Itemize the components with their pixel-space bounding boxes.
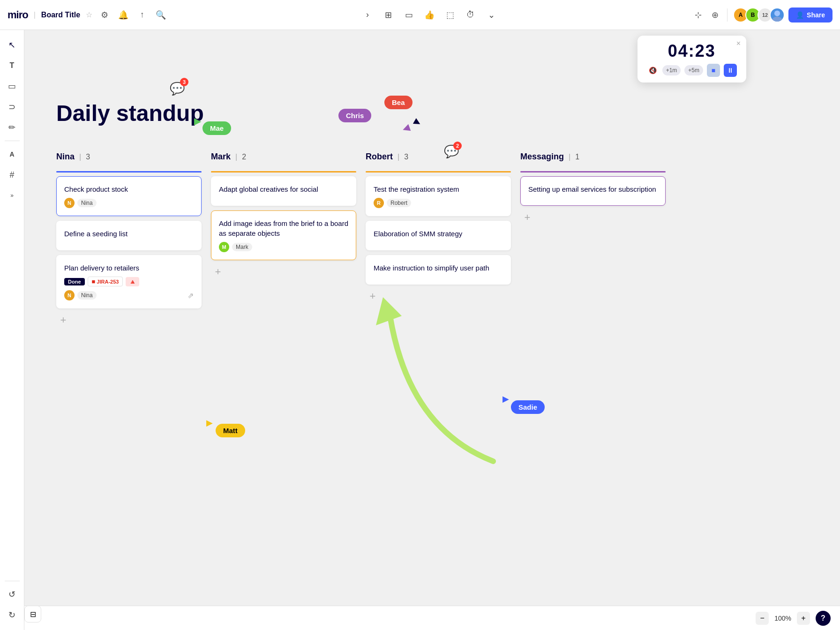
card-test-registration[interactable]: Test the registration system R Robert (366, 176, 511, 216)
board-heading: Daily standup (56, 100, 204, 126)
card-user-mark: Mark (232, 243, 252, 251)
card-user-robert: Robert (387, 199, 411, 207)
more-tools[interactable]: » (3, 186, 22, 205)
help-btn[interactable]: ? (816, 611, 831, 626)
canvas: 💬 3 Daily standup Mae Chris Bea ▶ ▶ ▶ 💬 … (24, 30, 840, 630)
header-center-tools: › ⊞ ▭ 👍 ⬚ ⏱ ⌄ (359, 7, 500, 23)
timer-inc1-btn[interactable]: +1m (662, 65, 681, 75)
add-card-messaging[interactable]: + (520, 210, 534, 225)
cursor-sadie: ▶ (502, 394, 509, 404)
frame-tool[interactable]: # (3, 165, 22, 184)
timer-close-btn[interactable]: × (736, 39, 741, 48)
cursor-mode-icon[interactable]: ⊹ (691, 8, 705, 22)
card-assignee-row: N Nina ⇗ (64, 290, 194, 300)
card-avatar-robert: R (374, 198, 384, 208)
col-count-nina: 3 (86, 153, 90, 161)
cursor-tool[interactable]: ↖ (3, 36, 22, 54)
card-title: Adapt global creatives for social (219, 184, 348, 194)
col-title-messaging: Messaging (520, 152, 564, 162)
card-adapt-global-creatives[interactable]: Adapt global creatives for social (211, 176, 356, 206)
avatar-stack: A B 12 (733, 8, 785, 22)
card-define-seeding-list[interactable]: Define a seeding list (56, 221, 202, 250)
cursor-matt: ▶ (206, 418, 213, 428)
col-count-messaging: 1 (575, 153, 579, 161)
zoom-level: 100% (774, 615, 791, 622)
text-tool-2[interactable]: A (3, 145, 22, 164)
card-title: Define a seeding list (64, 229, 194, 239)
timer-inc2-btn[interactable]: +5m (684, 65, 703, 75)
cursor-mae: ▶ (194, 115, 201, 127)
chat-icon[interactable]: 💬 3 (170, 82, 185, 96)
bottom-bar: − 100% + ? (24, 606, 840, 630)
search-icon[interactable]: 🔍 (154, 8, 167, 22)
user-label-matt: Matt (216, 424, 245, 437)
redo-btn[interactable]: ↻ (3, 606, 22, 624)
share-icon: 👤 (796, 11, 804, 19)
add-card-nina[interactable]: + (56, 313, 70, 327)
col-count-robert: 3 (404, 153, 408, 161)
card-add-image-ideas[interactable]: Add image ideas from the brief to a boar… (211, 210, 356, 260)
frames-btn[interactable]: ⬚ (442, 7, 458, 23)
robert-msg-badge-wrap: 💬 2 (444, 144, 459, 159)
header-divider-1: | (34, 11, 36, 19)
col-count-mark: 2 (242, 153, 246, 161)
star-icon[interactable]: ☆ (86, 10, 92, 19)
card-setting-up-email[interactable]: Setting up email services for subscripti… (520, 176, 666, 206)
card-title: Check product stock (64, 184, 194, 194)
miro-logo: miro (8, 9, 28, 21)
panel-toggle-btn[interactable]: ⊟ (24, 606, 41, 622)
card-footer: Done ■ JIRA-253 🔺 (64, 277, 194, 286)
user-label-bea: Bea (384, 96, 412, 109)
card-title: Make instruction to simplify user path (374, 263, 503, 273)
settings-icon[interactable]: ⚙ (98, 8, 111, 22)
tag-done: Done (64, 278, 85, 285)
text-tool[interactable]: T (3, 56, 22, 75)
robert-msg-badge: 2 (453, 142, 462, 150)
timer-sound-btn[interactable]: 🔇 (647, 65, 659, 76)
add-card-robert[interactable]: + (366, 289, 380, 303)
more-tools-btn[interactable]: ⌄ (483, 7, 500, 23)
card-elaboration-smm[interactable]: Elaboration of SMM strategy (366, 221, 511, 250)
board-title-label[interactable]: Board Title (41, 11, 80, 19)
zoom-in-btn[interactable]: + (797, 612, 810, 625)
notifications-icon[interactable]: 🔔 (117, 8, 130, 22)
card-title: Test the registration system (374, 184, 503, 194)
header: miro | Board Title ☆ ⚙ 🔔 ↑ 🔍 › ⊞ ▭ 👍 ⬚ ⏱… (0, 0, 840, 30)
timer-stop-btn[interactable]: ■ (707, 64, 720, 77)
react-btn[interactable]: 👍 (421, 7, 438, 23)
chat-bubble-wrap: 💬 3 (170, 82, 185, 96)
add-card-mark[interactable]: + (211, 265, 225, 279)
grid-view-btn[interactable]: ⊞ (380, 7, 397, 23)
zoom-icon[interactable]: ⊕ (708, 8, 721, 22)
card-user-nina: Nina (77, 199, 97, 207)
user-label-mae: Mae (202, 121, 231, 135)
card-check-product-stock[interactable]: Check product stock N Nina (56, 176, 202, 216)
timer-widget: × 04:23 🔇 +1m +5m ■ ⏸ (638, 36, 746, 82)
cursor-bea-arrow: ▶ (412, 116, 423, 128)
svg-point-1 (772, 16, 782, 22)
sticky-note-tool[interactable]: ▭ (3, 77, 22, 96)
connect-tool[interactable]: ⊃ (3, 98, 22, 116)
card-plan-delivery[interactable]: Plan delivery to retailers Done ■ JIRA-2… (56, 255, 202, 308)
timer-controls: 🔇 +1m +5m ■ ⏸ (647, 64, 737, 77)
col-title-mark: Mark (211, 152, 231, 162)
card-make-instruction[interactable]: Make instruction to simplify user path (366, 255, 511, 285)
avatar-main (770, 8, 785, 22)
share-button[interactable]: 👤 Share (788, 8, 832, 22)
zoom-out-btn[interactable]: − (756, 612, 769, 625)
card-avatar-nina: N (64, 198, 75, 208)
columns-area: Nina | 3 Check product stock N Nina Defi… (56, 152, 821, 327)
pen-tool[interactable]: ✏ (3, 118, 22, 137)
tag-icon: 🔺 (126, 277, 139, 286)
present-btn[interactable]: ▭ (400, 7, 417, 23)
robert-msg-icon[interactable]: 💬 2 (444, 144, 459, 159)
timer-btn[interactable]: ⏱ (462, 7, 479, 23)
timer-pause-btn[interactable]: ⏸ (724, 64, 737, 77)
card-avatar-nina2: N (64, 290, 75, 300)
card-title: Plan delivery to retailers (64, 263, 194, 273)
undo-btn[interactable]: ↺ (3, 585, 22, 604)
card-footer: N Nina (64, 198, 194, 208)
svg-point-0 (774, 10, 780, 16)
upload-icon[interactable]: ↑ (135, 8, 149, 22)
expand-tools-btn[interactable]: › (359, 7, 376, 23)
